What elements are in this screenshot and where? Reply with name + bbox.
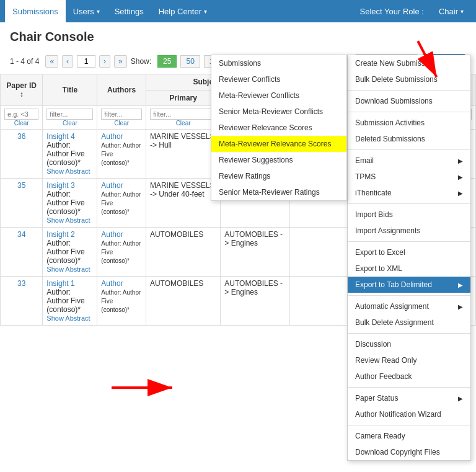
show-25-button[interactable]: 25 (157, 55, 177, 68)
actions-menu-item[interactable]: Automatic Assignment▶ (348, 298, 470, 314)
cell-paper-id: 35 (1, 179, 43, 228)
col-authors: Authors (97, 74, 146, 106)
cell-title: Insight 1 Author: Author Five (contoso)*… (43, 277, 97, 326)
arrow-icon: ▶ (458, 303, 463, 310)
clear-primary[interactable]: Clear (150, 120, 216, 127)
cell-primary: MARINE VESSELS -> Hull (146, 130, 220, 179)
col-primary: Primary (146, 90, 220, 106)
menu-separator (348, 149, 470, 150)
export-submenu: SubmissionsReviewer ConflictsMeta-Review… (211, 55, 347, 201)
nav-users[interactable]: Users ▾ (66, 0, 107, 22)
clear-authors[interactable]: Clear (101, 120, 142, 127)
filter-primary[interactable] (150, 109, 216, 120)
actions-menu-item[interactable]: Download Submissions (348, 93, 470, 109)
actions-menu-item[interactable]: Deleted Submissions (348, 131, 470, 147)
cell-paper-id: 33 (1, 277, 43, 326)
chevron-down-icon: ▾ (97, 8, 100, 15)
nav-role-chair[interactable]: Chair ▾ (431, 0, 471, 22)
page-number-input[interactable] (77, 55, 95, 68)
menu-separator (348, 112, 470, 112)
menu-separator (348, 241, 470, 242)
arrow-icon: ▶ (458, 282, 463, 288)
top-navigation: Submissions Users ▾ Settings Help Center… (0, 0, 476, 22)
col-paper-id: Paper ID ↕ (1, 74, 43, 106)
filter-cell-paper-id: Clear (1, 106, 43, 130)
first-page-button[interactable]: « (45, 55, 58, 68)
actions-menu-item[interactable]: iThenticate▶ (348, 185, 470, 201)
nav-submissions[interactable]: Submissions (5, 0, 66, 22)
sort-icon[interactable]: ↕ (20, 90, 24, 99)
filter-paper-id[interactable] (4, 109, 38, 120)
col-title: Title (43, 74, 97, 106)
actions-menu-item[interactable]: Email▶ (348, 153, 470, 169)
chevron-down-icon: ▾ (461, 8, 464, 15)
page-header: Chair Console (0, 22, 476, 51)
export-submenu-item[interactable]: Meta-Reviewer Relevance Scores (211, 136, 346, 152)
cell-authors: Author Author: Author Five (contoso)* (97, 130, 146, 179)
cell-primary: AUTOMOBILES (146, 228, 220, 277)
clear-paper-id[interactable]: Clear (4, 120, 38, 127)
cell-paper-id: 34 (1, 228, 43, 277)
actions-menu-item[interactable]: Bulk Delete Assignment (348, 314, 470, 326)
cell-primary: AUTOMOBILES (146, 277, 220, 326)
filter-title[interactable] (46, 109, 93, 120)
prev-page-button[interactable]: ‹ (62, 55, 73, 68)
export-submenu-item[interactable]: Reviewer Suggestions (211, 152, 346, 168)
cell-submission-files (289, 277, 351, 326)
arrow-icon: ▶ (458, 190, 463, 197)
actions-menu-item[interactable]: Submission Activities (348, 115, 470, 131)
pagination-info: 1 - 4 of 4 (10, 57, 39, 66)
export-submenu-item[interactable]: Submissions (211, 55, 346, 71)
cell-title: Insight 2 Author: Author Five (contoso)*… (43, 228, 97, 277)
actions-menu-item[interactable]: Import Bids (348, 207, 470, 223)
cell-secondary: AUTOMOBILES -> Engines (221, 277, 289, 326)
actions-menu-item[interactable]: Export to Tab Delimited▶ (348, 277, 470, 293)
cell-authors: Author Author: Author Five (contoso)* (97, 277, 146, 326)
export-submenu-item[interactable]: Senior Meta-Reviewer Ratings (211, 184, 346, 200)
show-label: Show: (131, 57, 151, 66)
actions-menu-item[interactable]: Export to XML (348, 260, 470, 277)
arrow-icon: ▶ (458, 174, 463, 180)
actions-menu-item[interactable]: Import Assignments (348, 223, 470, 239)
export-submenu-item[interactable]: Reviewer Relevance Scores (211, 120, 346, 136)
last-page-button[interactable]: » (114, 55, 127, 68)
menu-separator (348, 90, 470, 91)
next-page-button[interactable]: › (99, 55, 110, 68)
cell-submission-files (289, 228, 351, 277)
cell-secondary: AUTOMOBILES -> Engines (221, 228, 289, 277)
filter-authors[interactable] (101, 109, 142, 120)
cell-primary: MARINE VESSELS -> Under 40-feet (146, 179, 220, 228)
filter-cell-authors: Clear (97, 106, 146, 130)
actions-menu-item[interactable]: TPMS▶ (348, 169, 470, 185)
menu-separator (348, 203, 470, 204)
actions-dropdown: Create New SubmissionBulk Delete Submiss… (347, 55, 471, 326)
cell-title: Insight 4 Author: Author Five (contoso)*… (43, 130, 97, 179)
filter-cell-title: Clear (43, 106, 97, 130)
cell-title: Insight 3 Author: Author Five (contoso)*… (43, 179, 97, 228)
cell-authors: Author Author: Author Five (contoso)* (97, 179, 146, 228)
arrow-icon: ▶ (458, 158, 463, 164)
nav-select-role-label: Select Your Role : (353, 0, 431, 22)
export-submenu-item[interactable]: Meta-Reviewer Conflicts (211, 87, 346, 104)
show-50-button[interactable]: 50 (180, 55, 200, 68)
cell-paper-id: 36 (1, 130, 43, 179)
cell-authors: Author Author: Author Five (contoso)* (97, 228, 146, 277)
nav-settings[interactable]: Settings (107, 0, 151, 22)
export-submenu-item[interactable]: Review Ratings (211, 168, 346, 184)
filter-cell-primary: Clear (146, 106, 220, 130)
menu-separator (348, 295, 470, 296)
nav-help-center[interactable]: Help Center ▾ (151, 0, 214, 22)
page-title: Chair Console (10, 30, 466, 44)
export-submenu-item[interactable]: Senior Meta-Reviewer Conflicts (211, 104, 346, 120)
chevron-down-icon: ▾ (204, 8, 207, 15)
actions-menu-item[interactable]: Export to Excel (348, 244, 470, 260)
export-submenu-item[interactable]: Reviewer Conflicts (211, 71, 346, 87)
clear-title[interactable]: Clear (46, 120, 93, 127)
